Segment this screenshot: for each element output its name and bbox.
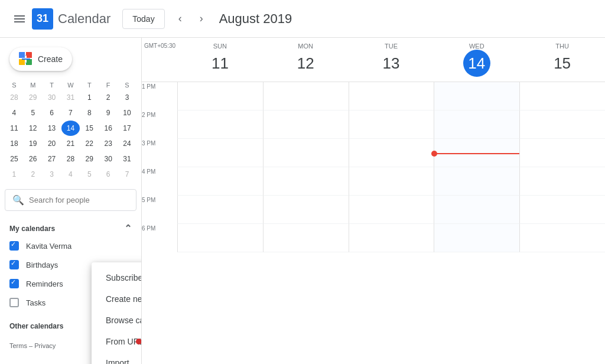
- search-people-input[interactable]: [29, 196, 129, 204]
- terms-link[interactable]: Terms: [9, 342, 27, 349]
- mini-cal-day[interactable]: 11: [5, 121, 24, 136]
- mini-cal-day[interactable]: 4: [61, 167, 80, 182]
- time-cell[interactable]: [349, 110, 434, 139]
- mini-cal-day[interactable]: 12: [24, 121, 43, 136]
- time-cell[interactable]: [263, 110, 349, 139]
- time-cell[interactable]: [177, 224, 263, 252]
- mini-cal-day[interactable]: 1: [5, 167, 24, 182]
- mini-cal-day[interactable]: 24: [118, 136, 136, 151]
- mini-cal-day[interactable]: 30: [99, 151, 118, 167]
- time-cell[interactable]: [177, 82, 263, 110]
- mini-cal-day[interactable]: 9: [99, 105, 118, 121]
- time-label: 3 PM: [142, 139, 177, 167]
- day-number[interactable]: 14: [463, 50, 490, 77]
- hamburger-menu-icon[interactable]: [9, 9, 30, 29]
- mini-cal-day[interactable]: 4: [5, 105, 24, 121]
- time-cell[interactable]: [177, 139, 263, 167]
- time-cell[interactable]: [349, 196, 434, 224]
- create-button[interactable]: Create: [9, 47, 72, 71]
- mini-cal-day[interactable]: 13: [43, 121, 61, 136]
- prev-nav-button[interactable]: ‹: [170, 8, 191, 30]
- time-cell[interactable]: [519, 224, 605, 252]
- time-cell[interactable]: [177, 196, 263, 224]
- time-cell[interactable]: [349, 139, 434, 167]
- time-cell[interactable]: [349, 82, 434, 110]
- mini-cal-day[interactable]: 23: [99, 136, 118, 151]
- calendar-checkbox[interactable]: [9, 298, 19, 307]
- day-number[interactable]: 12: [292, 50, 319, 77]
- time-cell[interactable]: [519, 82, 605, 110]
- mini-cal-day[interactable]: 7: [61, 105, 80, 121]
- time-cell[interactable]: [349, 224, 434, 252]
- time-cell[interactable]: [434, 167, 519, 196]
- time-cell[interactable]: [263, 224, 349, 252]
- context-menu-item-1[interactable]: Create new calendar: [92, 288, 142, 310]
- mini-cal-day[interactable]: 3: [43, 167, 61, 182]
- calendar-scroll[interactable]: 1 PM2 PM3 PM4 PM5 PM6 PM: [142, 82, 605, 364]
- mini-cal-day[interactable]: 21: [61, 136, 80, 151]
- calendar-checkbox[interactable]: [9, 279, 19, 288]
- calendar-checkbox[interactable]: [9, 241, 19, 251]
- time-cell[interactable]: [434, 196, 519, 224]
- time-cell[interactable]: [519, 167, 605, 196]
- time-cell[interactable]: [263, 167, 349, 196]
- mini-cal-day[interactable]: 27: [43, 151, 61, 167]
- mini-cal-day[interactable]: 2: [99, 90, 118, 105]
- calendar-checkbox[interactable]: [9, 260, 19, 269]
- time-cell[interactable]: [519, 110, 605, 139]
- today-button[interactable]: Today: [122, 9, 164, 29]
- mini-cal-day[interactable]: 5: [24, 105, 43, 121]
- from-url-red-arrow: [136, 337, 142, 346]
- time-cell[interactable]: [177, 167, 263, 196]
- time-cell[interactable]: [434, 139, 519, 167]
- mini-cal-day[interactable]: 2: [24, 167, 43, 182]
- mini-cal-day[interactable]: 31: [118, 151, 136, 167]
- privacy-link[interactable]: Privacy: [34, 342, 56, 349]
- mini-cal-day[interactable]: 17: [118, 121, 136, 136]
- mini-cal-day[interactable]: 5: [80, 167, 99, 182]
- mini-cal-day[interactable]: 3: [118, 90, 136, 105]
- mini-cal-day[interactable]: 19: [24, 136, 43, 151]
- mini-cal-day[interactable]: 6: [43, 105, 61, 121]
- context-menu-item-0[interactable]: Subscribe to calendar: [92, 267, 142, 288]
- time-cell[interactable]: [519, 139, 605, 167]
- mini-cal-day[interactable]: 1: [80, 90, 99, 105]
- mini-cal-day[interactable]: 6: [99, 167, 118, 182]
- mini-cal-day[interactable]: 20: [43, 136, 61, 151]
- day-number[interactable]: 13: [378, 50, 405, 77]
- time-cell[interactable]: [177, 110, 263, 139]
- mini-cal-day[interactable]: 8: [80, 105, 99, 121]
- time-cell[interactable]: [434, 110, 519, 139]
- mini-cal-day[interactable]: 7: [118, 167, 136, 182]
- context-menu-item-3[interactable]: From URL: [92, 331, 142, 352]
- time-cell[interactable]: [519, 196, 605, 224]
- time-cell[interactable]: [434, 82, 519, 110]
- context-menu-item-4[interactable]: Import: [92, 352, 142, 364]
- time-cell[interactable]: [263, 139, 349, 167]
- time-cell[interactable]: [263, 82, 349, 110]
- day-number[interactable]: 11: [206, 50, 233, 77]
- my-calendars-header[interactable]: My calendars ⌃: [0, 220, 141, 236]
- time-cell[interactable]: [434, 224, 519, 252]
- mini-cal-day[interactable]: 26: [24, 151, 43, 167]
- mini-cal-day[interactable]: 30: [43, 90, 61, 105]
- time-cell[interactable]: [263, 196, 349, 224]
- mini-cal-day[interactable]: 18: [5, 136, 24, 151]
- mini-cal-day[interactable]: 15: [80, 121, 99, 136]
- next-nav-button[interactable]: ›: [191, 8, 212, 30]
- mini-cal-day[interactable]: 10: [118, 105, 136, 121]
- search-people-field[interactable]: 🔍: [5, 189, 136, 211]
- mini-cal-day[interactable]: 14: [61, 121, 80, 136]
- mini-cal-day[interactable]: 28: [61, 151, 80, 167]
- mini-cal-day[interactable]: 29: [24, 90, 43, 105]
- mini-cal-day[interactable]: 16: [99, 121, 118, 136]
- mini-cal-day[interactable]: 29: [80, 151, 99, 167]
- context-menu-item-2[interactable]: Browse calendars of interest: [92, 310, 142, 331]
- my-calendar-item[interactable]: Kavita Verma: [0, 236, 141, 255]
- mini-cal-day[interactable]: 28: [5, 90, 24, 105]
- time-cell[interactable]: [349, 167, 434, 196]
- mini-cal-day[interactable]: 25: [5, 151, 24, 167]
- mini-cal-day[interactable]: 31: [61, 90, 80, 105]
- mini-cal-day[interactable]: 22: [80, 136, 99, 151]
- day-number[interactable]: 15: [549, 50, 576, 77]
